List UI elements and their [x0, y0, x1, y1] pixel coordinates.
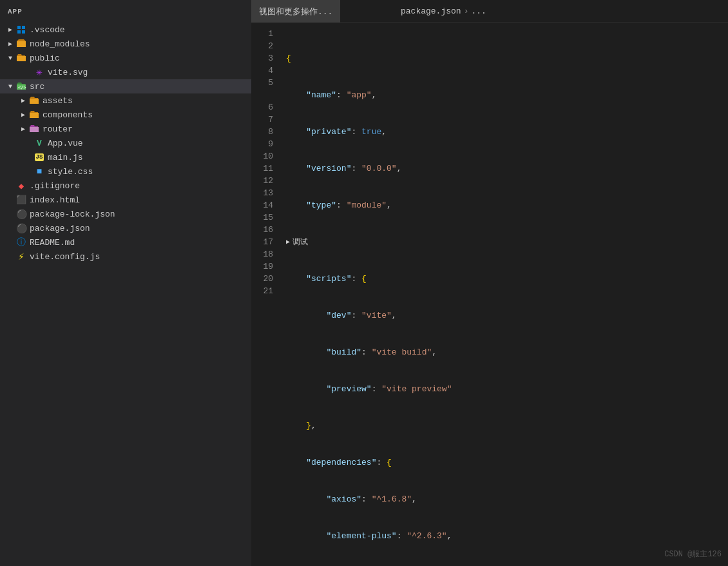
gitignore-icon: ◆ — [15, 181, 27, 191]
code-line-3: "private": true, — [283, 126, 728, 138]
code-line-8: "build": "vite build", — [283, 346, 728, 358]
index-html-label: index.html — [30, 195, 80, 205]
svg-rect-1 — [22, 26, 25, 29]
components-label: components — [43, 110, 93, 120]
editor-header: 视图和更多操作... package.json › ... — [251, 0, 728, 23]
chevron-right-icon: ▶ — [5, 24, 15, 35]
svg-rect-0 — [17, 26, 21, 29]
sidebar-item-src[interactable]: ▼ </> src — [0, 79, 251, 93]
sidebar-item-vite-svg[interactable]: ▶ ✳ vite.svg — [0, 65, 251, 79]
sidebar-item-vite-config[interactable]: ▶ ⚡ vite.config.js — [0, 249, 251, 264]
chevron-right-icon: ▶ — [18, 110, 28, 120]
line-num-7: 7 — [256, 113, 273, 126]
code-line-2: "name": "app", — [283, 89, 728, 101]
line-num-20: 20 — [256, 273, 273, 285]
sidebar-item-assets[interactable]: ▶ assets — [0, 93, 251, 108]
router-folder-icon — [28, 124, 40, 134]
line-num-8: 8 — [256, 126, 273, 138]
css-icon: ■ — [34, 166, 45, 177]
sidebar-item-gitignore[interactable]: ▶ ◆ .gitignore — [0, 179, 251, 193]
line-num-15: 15 — [256, 211, 273, 224]
main-js-label: main.js — [48, 153, 83, 162]
sidebar-item-package-json[interactable]: ▶ ⚫ package.json — [0, 221, 251, 235]
code-editor[interactable]: 1 2 3 4 5 · 6 7 8 9 10 11 12 13 14 15 16… — [251, 23, 728, 566]
sidebar-item-node-modules[interactable]: ▶ node_modules — [0, 37, 251, 51]
components-folder-icon — [28, 110, 40, 120]
breadcrumb-file: package.json — [401, 6, 461, 16]
vue-icon: V — [34, 138, 45, 148]
tooltip-popup: 视图和更多操作... — [251, 0, 340, 23]
chevron-right-icon: ▶ — [18, 124, 28, 134]
sidebar-item-main-js[interactable]: ▶ JS main.js — [0, 150, 251, 164]
line-num-21: 21 — [256, 285, 273, 297]
debug-label: 调试 — [292, 236, 308, 248]
line-num-2: 2 — [256, 40, 273, 52]
public-folder-icon — [15, 53, 27, 63]
sidebar-item-components[interactable]: ▶ components — [0, 108, 251, 122]
sidebar-title: APP — [8, 8, 23, 15]
line-num-19: 19 — [256, 260, 273, 273]
assets-label: assets — [43, 96, 73, 106]
line-num-3: 3 — [256, 52, 273, 64]
svg-text:</>: </> — [18, 85, 26, 90]
package-lock-label: package-lock.json — [30, 210, 115, 219]
code-line-1: { — [283, 52, 728, 64]
node-modules-label: node_modules — [30, 39, 90, 49]
sidebar-item-public[interactable]: ▼ public — [0, 51, 251, 65]
line-num-1: 1 — [256, 28, 273, 40]
public-label: public — [30, 54, 60, 63]
code-line-9: "preview": "vite preview" — [283, 383, 728, 395]
sidebar-item-app-vue[interactable]: ▶ V App.vue — [0, 136, 251, 150]
code-content: { "name": "app", "private": true, "versi… — [283, 23, 728, 566]
code-line-12: "axios": "^1.6.8", — [283, 493, 728, 505]
sidebar-item-index-html[interactable]: ▶ ⬛ index.html — [0, 193, 251, 207]
app-vue-label: App.vue — [48, 139, 83, 148]
breadcrumb-separator: › — [464, 6, 469, 16]
sidebar-item-vscode[interactable]: ▶ .vscode — [0, 23, 251, 37]
chevron-down-icon: ▼ — [5, 81, 15, 92]
sidebar-item-router[interactable]: ▶ router — [0, 122, 251, 136]
sidebar-item-package-lock[interactable]: ▶ ⚫ package-lock.json — [0, 207, 251, 221]
sidebar-item-style-css[interactable]: ▶ ■ style.css — [0, 164, 251, 179]
code-line-13: "element-plus": "^2.6.3", — [283, 530, 728, 542]
line-num-13: 13 — [256, 187, 273, 199]
tooltip-text: 视图和更多操作... — [259, 6, 332, 17]
chevron-right-icon: ▶ — [5, 39, 15, 49]
line-num-10: 10 — [256, 150, 273, 162]
breadcrumb-rest: ... — [471, 6, 486, 16]
breadcrumb: package.json › ... — [393, 6, 494, 16]
package-lock-icon: ⚫ — [15, 209, 27, 219]
code-line-4: "version": "0.0.0", — [283, 162, 728, 175]
svg-rect-2 — [17, 30, 21, 34]
code-line-11: "dependencies": { — [283, 456, 728, 469]
assets-folder-icon — [28, 95, 40, 106]
router-label: router — [43, 124, 73, 134]
gitignore-label: .gitignore — [30, 181, 80, 191]
code-line-10: }, — [283, 420, 728, 432]
line-num-18: 18 — [256, 248, 273, 260]
debug-play-icon[interactable]: ▶ — [286, 236, 290, 248]
line-numbers: 1 2 3 4 5 · 6 7 8 9 10 11 12 13 14 15 16… — [251, 23, 283, 566]
chevron-right-icon: ▶ — [18, 95, 28, 106]
svg-rect-3 — [22, 30, 25, 34]
vite-config-icon: ⚡ — [15, 251, 27, 262]
src-folder-icon: </> — [15, 81, 27, 92]
sidebar-item-readme[interactable]: ▶ ⓘ README.md — [0, 235, 251, 249]
line-num-6: 6 — [256, 101, 273, 113]
file-tree: ▶ .vscode ▶ node_modules ▼ public ▶ ✳ — [0, 23, 251, 566]
vite-config-label: vite.config.js — [30, 252, 100, 262]
src-label: src — [30, 82, 44, 92]
sidebar-header: APP — [0, 0, 251, 23]
line-num-12: 12 — [256, 175, 273, 187]
js-icon: JS — [34, 152, 45, 162]
code-line-6: "scripts": { — [283, 273, 728, 285]
html-icon: ⬛ — [15, 195, 27, 205]
code-line-debug: ▶ 调试 — [283, 236, 728, 248]
vscode-folder-icon — [15, 24, 27, 35]
code-line-5: "type": "module", — [283, 199, 728, 211]
readme-icon: ⓘ — [15, 237, 27, 248]
vscode-label: .vscode — [30, 25, 65, 35]
sidebar: APP ▶ .vscode ▶ node_modules ▼ public — [0, 0, 251, 566]
package-json-icon: ⚫ — [15, 223, 27, 233]
code-line-7: "dev": "vite", — [283, 309, 728, 322]
